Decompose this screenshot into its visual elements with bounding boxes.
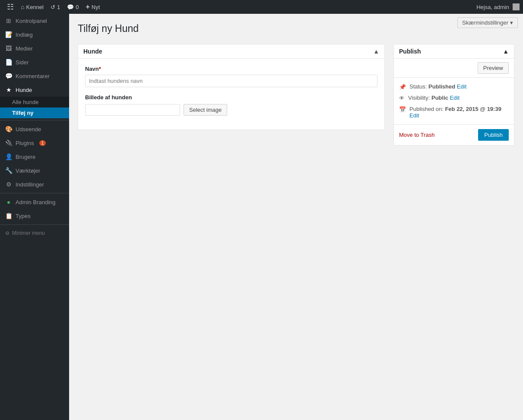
pages-icon: 📄 xyxy=(5,59,12,66)
main-content: Tilføj ny Hund Hunde ▲ Navn* Billed xyxy=(69,14,523,420)
name-label: Navn* xyxy=(85,66,377,72)
sidebar-item-vaerktojer[interactable]: 🔧 Værktøjer xyxy=(0,164,69,177)
sidebar-item-brugere[interactable]: 👤 Brugere xyxy=(0,150,69,164)
minimize-icon: ⊖ xyxy=(5,230,10,236)
sidebar-item-indlaeg[interactable]: 📝 Indlæg xyxy=(0,28,69,41)
plus-icon: + xyxy=(86,3,89,11)
publish-footer: Move to Trash Publish xyxy=(394,124,514,145)
plugins-icon: 🔌 xyxy=(5,139,12,146)
image-field: Select image xyxy=(85,104,377,116)
sidebar-item-kommentarer[interactable]: 💬 Kommentarer xyxy=(0,69,69,83)
comment-icon: 💬 xyxy=(67,4,74,10)
publish-actions-top: Preview xyxy=(394,59,514,78)
sidebar-subitem-tilfoej-ny[interactable]: Tilføj ny xyxy=(0,107,69,118)
publish-button[interactable]: Publish xyxy=(478,129,509,141)
chevron-down-icon: ▾ xyxy=(510,19,513,26)
pin-icon: 📌 xyxy=(399,84,406,90)
sidebar-subitem-alle-hunde[interactable]: Alle hunde xyxy=(0,97,69,107)
image-field-group: Billede af hunden Select image xyxy=(85,94,377,116)
appearance-icon: 🎨 xyxy=(5,126,12,133)
name-field-group: Navn* xyxy=(85,66,377,87)
sidebar-item-admin-branding[interactable]: ● Admin Branding xyxy=(0,195,69,209)
admin-bar: ☷ ⌂ Kennel ↺ 1 💬 0 + Nyt Hejsa, admin xyxy=(0,0,523,14)
status-row: 📌 Status: Published Edit xyxy=(399,81,509,92)
media-icon: 🖼 xyxy=(5,45,12,52)
select-image-button[interactable]: Select image xyxy=(184,104,227,116)
name-input[interactable] xyxy=(85,75,377,87)
publish-title: Publish xyxy=(399,48,421,55)
adminbar-comments[interactable]: 💬 0 xyxy=(63,0,82,14)
adminbar-site-name[interactable]: ⌂ Kennel xyxy=(17,0,47,14)
image-label: Billede af hunden xyxy=(85,94,377,101)
metabox-title: Hunde xyxy=(83,48,102,55)
comments-icon: 💬 xyxy=(5,73,12,79)
metabox-header: Hunde ▲ xyxy=(78,44,384,59)
sidebar-item-types[interactable]: 📋 Types xyxy=(0,209,69,223)
image-url-input[interactable] xyxy=(85,104,180,116)
hunde-metabox: Hunde ▲ Navn* Billede af hunden xyxy=(78,44,385,130)
sidebar-item-indstillinger[interactable]: ⚙ Indstillinger xyxy=(0,177,69,191)
minimize-menu-button[interactable]: ⊖ Minimer menu xyxy=(0,227,69,240)
publish-box: Publish ▲ Preview 📌 Status: xyxy=(393,44,514,145)
metabox-body: Navn* Billede af hunden Select image xyxy=(78,59,384,129)
plugins-badge: 1 xyxy=(39,140,46,146)
eye-icon: 👁 xyxy=(399,95,405,101)
refresh-icon: ↺ xyxy=(51,4,55,10)
home-icon: ⌂ xyxy=(21,3,24,10)
publish-meta: 📌 Status: Published Edit 👁 Visibility: xyxy=(394,78,514,124)
screen-options-button[interactable]: Skærmindstillinger ▾ xyxy=(457,17,518,28)
sidebar-item-kontrolpanel[interactable]: ⊞ Kontrolpanel xyxy=(0,14,69,28)
required-marker: * xyxy=(99,66,101,72)
publish-header: Publish ▲ xyxy=(394,44,514,59)
visibility-row: 👁 Visibility: Public Edit xyxy=(399,92,509,104)
date-edit-link[interactable]: Edit xyxy=(409,112,419,119)
preview-button[interactable]: Preview xyxy=(478,62,509,74)
posts-icon: 📝 xyxy=(5,31,12,38)
status-edit-link[interactable]: Edit xyxy=(457,83,466,90)
publish-body: Preview 📌 Status: Published Edit xyxy=(394,59,514,145)
publish-collapse-icon[interactable]: ▲ xyxy=(503,48,509,55)
sidebar-item-medier[interactable]: 🖼 Medier xyxy=(0,41,69,55)
sidebar: ⊞ Kontrolpanel 📝 Indlæg 🖼 Medier 📄 Sider… xyxy=(0,14,69,420)
page-title: Tilføj ny Hund xyxy=(78,22,514,35)
visibility-edit-link[interactable]: Edit xyxy=(450,95,460,101)
sidebar-item-sider[interactable]: 📄 Sider xyxy=(0,55,69,69)
sidebar-item-plugins[interactable]: 🔌 Plugins 1 xyxy=(0,136,69,150)
metabox-collapse-icon[interactable]: ▲ xyxy=(373,48,379,55)
users-icon: 👤 xyxy=(5,153,12,160)
tools-icon: 🔧 xyxy=(5,167,12,174)
user-avatar xyxy=(513,3,520,10)
wp-logo-icon: ☷ xyxy=(7,2,14,12)
move-to-trash-link[interactable]: Move to Trash xyxy=(399,132,434,138)
adminbar-updates[interactable]: ↺ 1 xyxy=(47,0,63,14)
adminbar-wp-logo[interactable]: ☷ xyxy=(3,0,17,14)
date-row: 📅 Published on: Feb 22, 2015 @ 19:39 Edi… xyxy=(399,104,509,121)
calendar-icon: 📅 xyxy=(399,106,406,113)
admin-branding-icon: ● xyxy=(5,199,12,205)
types-icon: 📋 xyxy=(5,212,12,219)
content-area: Hunde ▲ Navn* Billede af hunden xyxy=(78,44,514,145)
dashboard-icon: ⊞ xyxy=(5,17,12,24)
star-icon: ★ xyxy=(5,86,12,93)
adminbar-user: Hejsa, admin xyxy=(476,3,520,10)
settings-icon: ⚙ xyxy=(5,181,12,188)
screen-options-bar: Skærmindstillinger ▾ xyxy=(452,14,523,32)
sidebar-item-hunde[interactable]: ★ Hunde xyxy=(0,83,69,97)
sidebar-item-udseende[interactable]: 🎨 Udseende xyxy=(0,122,69,136)
adminbar-new[interactable]: + Nyt xyxy=(82,0,103,14)
